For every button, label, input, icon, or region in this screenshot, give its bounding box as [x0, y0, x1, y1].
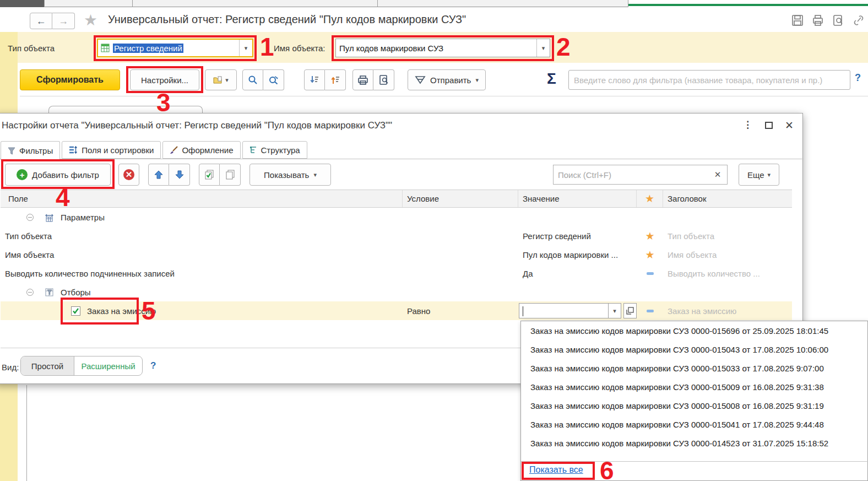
annotation-number-1: 1 [260, 34, 274, 60]
move-down-button[interactable] [169, 164, 190, 186]
open-value-icon[interactable] [623, 303, 637, 318]
object-type-combo[interactable]: Регистр сведений ▾ [97, 39, 253, 57]
dropdown-item[interactable]: Заказ на эмиссию кодов маркировки СУЗ 00… [521, 359, 867, 377]
star-icon[interactable]: ★ [645, 230, 654, 242]
object-name-dropdown-icon[interactable]: ▾ [536, 39, 550, 57]
object-name-label: Имя объекта: [274, 44, 325, 53]
param-row-object-name[interactable]: Имя объекта Пул кодов маркировки ... ★ И… [1, 245, 792, 264]
collapse-icon[interactable] [26, 214, 34, 221]
value-dropdown-icon[interactable]: ▾ [608, 303, 621, 318]
brush-icon [170, 146, 178, 154]
dropdown-item[interactable]: Заказ на эмиссию кодов маркировки СУЗ 00… [521, 321, 867, 340]
tab-filters[interactable]: Фильтры [1, 141, 60, 160]
dropdown-item[interactable]: Заказ на эмиссию кодов маркировки СУЗ 00… [521, 340, 867, 359]
tab-strip-dark-segment[interactable] [0, 0, 44, 7]
object-name-combo[interactable]: Пул кодов маркировки СУЗ ▾ [335, 39, 550, 57]
delete-filter-button[interactable]: ✕ [118, 164, 139, 186]
param-row-object-type[interactable]: Тип объекта Регистр сведений ★ Тип объек… [1, 226, 792, 245]
search-button[interactable] [242, 69, 263, 90]
delete-icon: ✕ [123, 169, 134, 180]
text-caret [523, 306, 523, 316]
dialog-tabs: Фильтры Поля и сортировки Оформление Стр… [1, 141, 307, 160]
view-simple-button[interactable]: Простой [21, 356, 74, 375]
send-icon [415, 75, 426, 85]
move-button-group [148, 164, 190, 186]
column-value[interactable]: Значение [518, 190, 637, 207]
link-icon[interactable] [853, 14, 865, 26]
dropdown-item[interactable]: Заказ на эмиссию кодов маркировки СУЗ 00… [521, 396, 867, 415]
report-variants-icon [213, 75, 223, 84]
search-button-group [242, 69, 284, 90]
print-button[interactable] [352, 69, 373, 90]
sort-descending-button[interactable] [304, 69, 325, 90]
search-clear-icon[interactable]: ✕ [708, 165, 728, 185]
structure-icon [249, 146, 257, 154]
page-title: Универсальный отчет: Регистр сведений "П… [108, 13, 466, 26]
annotation-number-5: 5 [142, 298, 156, 323]
quick-filter-input[interactable] [568, 70, 850, 90]
tab-fields-sorting[interactable]: Поля и сортировки [62, 141, 161, 159]
preview-icon[interactable] [832, 14, 844, 26]
view-switch: Простой Расширенный [20, 356, 143, 376]
annotation-number-4: 4 [56, 185, 70, 210]
tab-structure[interactable]: Структура [242, 141, 307, 159]
save-icon[interactable] [791, 14, 804, 26]
menu-dots-icon[interactable]: ⋮ [743, 119, 752, 131]
dash-icon[interactable] [647, 272, 654, 275]
annotation-number-6: 6 [600, 458, 614, 481]
dropdown-item[interactable]: Заказ на эмиссию кодов маркировки СУЗ 00… [521, 415, 867, 434]
report-variants-button[interactable]: ▾ [205, 69, 237, 90]
tab-appearance[interactable]: Оформление [162, 141, 240, 159]
view-label: Вид: [2, 363, 19, 372]
view-help-icon[interactable]: ? [150, 360, 156, 371]
uncheck-all-button[interactable] [220, 164, 241, 186]
param-row-subordinate-count[interactable]: Выводить количество подчиненных записей … [1, 264, 792, 283]
object-type-label: Тип объекта [8, 44, 55, 53]
add-filter-button[interactable]: + Добавить фильтр [5, 164, 111, 186]
funnel-icon [8, 147, 15, 155]
object-name-value: Пул кодов маркировки СУЗ [336, 44, 536, 53]
dropdown-item[interactable]: Заказ на эмиссию кодов маркировки СУЗ 00… [521, 377, 867, 396]
settings-button[interactable]: Настройки... [130, 69, 199, 90]
history-nav: ← → [30, 13, 75, 29]
show-mode-button[interactable]: Показывать ▾ [249, 164, 331, 186]
close-icon[interactable]: ✕ [785, 119, 794, 132]
dialog-search-input[interactable] [553, 165, 709, 185]
print-preview-icon [379, 75, 389, 85]
sort-ascending-button[interactable] [325, 69, 346, 90]
maximize-icon[interactable] [765, 122, 773, 129]
dropdown-item[interactable]: Заказ на эмиссию кодов маркировки СУЗ 00… [521, 434, 867, 452]
value-input[interactable] [519, 303, 608, 318]
show-all-link[interactable]: Показать все [529, 465, 583, 475]
print-icon[interactable] [812, 14, 824, 26]
group-row-parameters[interactable]: Параметры [1, 208, 792, 226]
tab-divider [132, 0, 133, 7]
forward-button[interactable]: → [52, 13, 75, 29]
report-area-tab [48, 106, 203, 114]
star-icon[interactable]: ★ [645, 248, 654, 261]
column-condition[interactable]: Условие [403, 190, 518, 207]
move-up-button[interactable] [148, 164, 169, 186]
collapse-icon[interactable] [26, 289, 34, 296]
filter-checkbox[interactable] [71, 306, 80, 316]
column-header[interactable]: Заголовок [663, 190, 792, 207]
column-flag[interactable]: ★ [637, 190, 663, 207]
search-next-button[interactable] [263, 69, 284, 90]
check-all-button[interactable] [199, 164, 220, 186]
forward-icon: → [58, 15, 68, 27]
filter-row-emission-order[interactable]: Заказ на эмиссию Равно Заказ на эмиссию … [1, 301, 792, 320]
back-button[interactable]: ← [30, 13, 52, 29]
help-icon[interactable]: ? [855, 72, 861, 84]
dash-icon[interactable] [647, 310, 654, 312]
view-advanced-button[interactable]: Расширенный [74, 356, 142, 375]
favorite-star-icon[interactable]: ★ [84, 11, 97, 29]
sort-button-group [304, 69, 346, 90]
group-row-filters[interactable]: Отборы [1, 283, 792, 301]
print-preview-button[interactable] [373, 69, 394, 90]
more-button[interactable]: Еще ▾ [739, 164, 779, 186]
object-type-dropdown-icon[interactable]: ▾ [239, 40, 252, 56]
header-actions [791, 14, 865, 26]
tab-divider [44, 0, 45, 7]
generate-button[interactable]: Сформировать [20, 69, 120, 90]
send-button[interactable]: Отправить ▾ [408, 69, 486, 90]
